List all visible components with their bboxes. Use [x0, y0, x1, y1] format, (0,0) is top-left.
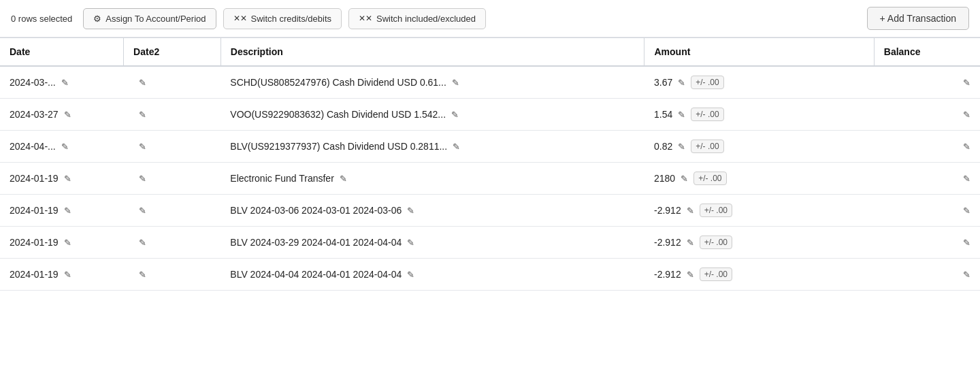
cell-date2-2: ✎: [124, 131, 221, 163]
cell-desc-0: SCHD(US8085247976) Cash Dividend USD 0.6…: [220, 66, 644, 99]
adjust-button-0[interactable]: +/- .00: [691, 76, 723, 89]
adjust-button-3[interactable]: +/- .00: [693, 172, 726, 185]
date-value-5: 2024-01-19: [10, 237, 59, 248]
balance-edit-icon-6[interactable]: ✎: [963, 270, 970, 280]
date2-edit-icon-5[interactable]: ✎: [139, 238, 146, 248]
date-value-6: 2024-01-19: [10, 269, 59, 280]
amount-edit-icon-2[interactable]: ✎: [678, 142, 685, 152]
table-row: 2024-01-19 ✎ ✎ BLV 2024-04-04 2024-04-01…: [0, 259, 980, 291]
amount-value-5: -2.912: [654, 237, 681, 248]
cell-amount-5: -2.912 ✎ +/- .00: [644, 227, 874, 259]
cell-date-6: 2024-01-19 ✎: [0, 259, 124, 291]
toolbar: 0 rows selected ⚙ Assign To Account/Peri…: [0, 0, 980, 37]
balance-edit-icon-5[interactable]: ✎: [963, 238, 970, 248]
date-value-3: 2024-01-19: [10, 173, 59, 184]
date-edit-icon-2[interactable]: ✎: [61, 142, 69, 152]
date-edit-icon-1[interactable]: ✎: [64, 110, 71, 120]
amount-edit-icon-1[interactable]: ✎: [678, 110, 685, 120]
table-row: 2024-03-27 ✎ ✎ VOO(US9229083632) Cash Di…: [0, 99, 980, 131]
amount-edit-icon-6[interactable]: ✎: [687, 270, 694, 280]
header-balance: Balance: [874, 38, 980, 67]
desc-edit-icon-5[interactable]: ✎: [407, 238, 414, 248]
cell-balance-6: ✎: [874, 259, 980, 291]
amount-edit-icon-4[interactable]: ✎: [687, 206, 694, 216]
adjust-button-2[interactable]: +/- .00: [691, 140, 723, 153]
switch-included-button[interactable]: ✕✕ Switch included/excluded: [348, 8, 486, 29]
date-edit-icon-4[interactable]: ✎: [64, 206, 71, 216]
adjust-button-4[interactable]: +/- .00: [700, 204, 732, 217]
cell-date2-5: ✎: [124, 227, 221, 259]
amount-edit-icon-5[interactable]: ✎: [687, 238, 694, 248]
table-row: 2024-01-19 ✎ ✎ BLV 2024-03-29 2024-04-01…: [0, 227, 980, 259]
table-row: 2024-01-19 ✎ ✎ Electronic Fund Transfer …: [0, 163, 980, 195]
balance-edit-icon-2[interactable]: ✎: [963, 142, 970, 152]
switch-icon-2: ✕✕: [359, 14, 372, 23]
amount-value-2: 0.82: [654, 141, 672, 152]
adjust-button-1[interactable]: +/- .00: [691, 108, 723, 121]
cell-date2-3: ✎: [124, 163, 221, 195]
header-description: Description: [220, 38, 644, 67]
desc-edit-icon-0[interactable]: ✎: [452, 78, 459, 88]
cell-desc-2: BLV(US9219377937) Cash Dividend USD 0.28…: [220, 131, 644, 163]
table-body: 2024-03-... ✎ ✎ SCHD(US8085247976) Cash …: [0, 66, 980, 291]
desc-value-4: BLV 2024-03-06 2024-03-01 2024-03-06: [230, 205, 402, 216]
cell-date2-6: ✎: [124, 259, 221, 291]
desc-edit-icon-2[interactable]: ✎: [453, 142, 460, 152]
cell-date-0: 2024-03-... ✎: [0, 66, 124, 99]
table-row: 2024-03-... ✎ ✎ SCHD(US8085247976) Cash …: [0, 66, 980, 99]
add-transaction-button[interactable]: + Add Transaction: [867, 7, 969, 30]
balance-edit-icon-4[interactable]: ✎: [963, 206, 970, 216]
cell-date-3: 2024-01-19 ✎: [0, 163, 124, 195]
switch-icon-1: ✕✕: [233, 14, 247, 23]
balance-edit-icon-0[interactable]: ✎: [963, 78, 970, 88]
cell-balance-1: ✎: [874, 99, 980, 131]
date-edit-icon-3[interactable]: ✎: [64, 174, 71, 184]
cell-amount-4: -2.912 ✎ +/- .00: [644, 195, 874, 227]
cell-date2-0: ✎: [124, 66, 221, 99]
switch-credits-button[interactable]: ✕✕ Switch credits/debits: [223, 8, 342, 29]
cell-desc-5: BLV 2024-03-29 2024-04-01 2024-04-04 ✎: [220, 227, 644, 259]
cell-date-5: 2024-01-19 ✎: [0, 227, 124, 259]
balance-edit-icon-1[interactable]: ✎: [963, 110, 970, 120]
table-row: 2024-01-19 ✎ ✎ BLV 2024-03-06 2024-03-01…: [0, 195, 980, 227]
amount-value-3: 2180: [654, 173, 675, 184]
date2-edit-icon-1[interactable]: ✎: [139, 110, 146, 120]
gear-icon: ⚙: [93, 14, 101, 24]
assign-account-button[interactable]: ⚙ Assign To Account/Period: [83, 8, 216, 29]
adjust-button-6[interactable]: +/- .00: [700, 267, 732, 281]
cell-desc-6: BLV 2024-04-04 2024-04-01 2024-04-04 ✎: [220, 259, 644, 291]
amount-value-6: -2.912: [654, 269, 681, 280]
amount-value-1: 1.54: [654, 109, 672, 120]
date2-edit-icon-2[interactable]: ✎: [139, 142, 146, 152]
desc-edit-icon-4[interactable]: ✎: [407, 206, 414, 216]
amount-edit-icon-3[interactable]: ✎: [681, 174, 688, 184]
date-edit-icon-5[interactable]: ✎: [64, 238, 71, 248]
cell-date-4: 2024-01-19 ✎: [0, 195, 124, 227]
rows-selected-label: 0 rows selected: [11, 14, 72, 24]
date2-edit-icon-6[interactable]: ✎: [139, 270, 146, 280]
date-edit-icon-6[interactable]: ✎: [64, 270, 71, 280]
desc-value-3: Electronic Fund Transfer: [230, 173, 334, 184]
cell-balance-3: ✎: [874, 163, 980, 195]
desc-edit-icon-1[interactable]: ✎: [451, 110, 459, 120]
transactions-table-container: Date Date2 Description Amount Balance 20…: [0, 37, 980, 291]
header-date2: Date2: [124, 38, 221, 67]
adjust-button-5[interactable]: +/- .00: [700, 236, 732, 249]
date2-edit-icon-0[interactable]: ✎: [139, 78, 146, 88]
desc-edit-icon-6[interactable]: ✎: [407, 270, 414, 280]
desc-value-5: BLV 2024-03-29 2024-04-01 2024-04-04: [230, 237, 402, 248]
cell-date2-4: ✎: [124, 195, 221, 227]
date2-edit-icon-4[interactable]: ✎: [139, 206, 146, 216]
balance-edit-icon-3[interactable]: ✎: [963, 174, 970, 184]
date2-edit-icon-3[interactable]: ✎: [139, 174, 146, 184]
date-value-4: 2024-01-19: [10, 205, 59, 216]
cell-balance-2: ✎: [874, 131, 980, 163]
amount-edit-icon-0[interactable]: ✎: [678, 78, 685, 88]
cell-balance-5: ✎: [874, 227, 980, 259]
cell-desc-3: Electronic Fund Transfer ✎: [220, 163, 644, 195]
desc-value-2: BLV(US9219377937) Cash Dividend USD 0.28…: [230, 141, 447, 152]
cell-amount-6: -2.912 ✎ +/- .00: [644, 259, 874, 291]
desc-edit-icon-3[interactable]: ✎: [340, 174, 347, 184]
date-edit-icon-0[interactable]: ✎: [61, 78, 69, 88]
header-date: Date: [0, 38, 124, 67]
